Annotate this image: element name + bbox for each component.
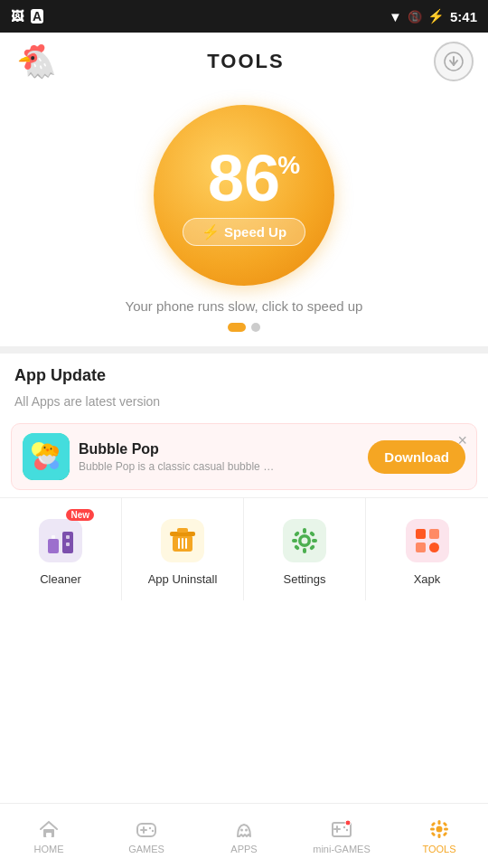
svg-rect-35 (416, 542, 426, 552)
section-divider (0, 346, 488, 354)
tool-xapk[interactable]: Xapk (366, 498, 488, 600)
dot-inactive (251, 323, 260, 332)
cleaner-icon (39, 519, 82, 562)
header: 🐔 TOOLS (0, 33, 488, 90)
settings-icon-wrap (280, 516, 329, 565)
svg-rect-58 (443, 831, 448, 836)
image-icon: 🖼 (11, 9, 23, 24)
svg-point-50 (346, 828, 348, 830)
mini-games-icon (331, 818, 352, 840)
app-update-title: App Update (14, 366, 474, 385)
ad-close-button[interactable]: × (457, 431, 467, 450)
svg-point-23 (302, 538, 308, 544)
nav-games[interactable]: GAMES (98, 813, 195, 860)
battery-icon: ⚡ (427, 8, 445, 24)
ad-app-description: Bubble Pop is a classic casual bubble pu… (79, 460, 277, 473)
svg-rect-56 (444, 827, 448, 830)
svg-text:🐣: 🐣 (34, 441, 60, 466)
speed-up-label: ⚡ Speed Up (183, 218, 305, 246)
cleaner-icon-wrap: New (36, 516, 85, 565)
svg-point-44 (240, 828, 243, 831)
bubble-pop-icon: 🐣 (23, 433, 70, 480)
ad-app-icon: 🐣 (23, 433, 70, 480)
nav-mini-games[interactable]: mini-GAMES (293, 813, 390, 860)
app-update-section: App Update All Apps are latest version (0, 354, 488, 416)
svg-rect-54 (438, 834, 441, 838)
ad-banner: × 🐣 Bubble Pop Bubble Pop is a classic c… (11, 423, 477, 490)
svg-rect-8 (39, 519, 82, 562)
tool-app-uninstall[interactable]: App Uninstall (122, 498, 244, 600)
tool-cleaner[interactable]: New Cleaner (0, 498, 122, 600)
svg-point-52 (436, 826, 443, 832)
wifi-icon: ▼ (389, 9, 402, 24)
games-icon (136, 818, 157, 840)
apps-icon (233, 818, 255, 840)
app-logo: 🐔 (14, 40, 58, 83)
svg-rect-38 (46, 833, 52, 837)
status-bar-left: 🖼 A (11, 9, 43, 24)
svg-rect-24 (303, 528, 306, 533)
svg-rect-57 (431, 821, 436, 826)
download-icon (444, 52, 464, 71)
nav-home[interactable]: HOME (0, 813, 98, 860)
ad-info: Bubble Pop Bubble Pop is a classic casua… (79, 441, 359, 473)
nav-mini-games-label: mini-GAMES (313, 844, 371, 854)
svg-rect-53 (438, 820, 441, 825)
status-bar: 🖼 A ▼ 📵 ⚡ 5:41 (0, 0, 488, 33)
app-uninstall-label: App Uninstall (148, 572, 218, 586)
svg-rect-17 (177, 528, 188, 533)
settings-icon (283, 519, 326, 562)
svg-point-45 (245, 828, 248, 831)
signal-blocked-icon: 📵 (408, 10, 422, 24)
xapk-icon (406, 519, 449, 562)
svg-point-36 (429, 542, 439, 552)
nav-apps-label: APPS (230, 844, 257, 854)
svg-rect-55 (430, 827, 435, 830)
svg-rect-60 (443, 821, 448, 826)
app-uninstall-icon (161, 519, 204, 562)
tools-grid: New Cleaner App Uninstall (0, 497, 488, 600)
download-button[interactable] (434, 42, 474, 81)
svg-rect-33 (416, 529, 426, 539)
svg-rect-25 (303, 548, 306, 553)
home-icon (38, 818, 60, 840)
svg-rect-11 (52, 535, 55, 539)
xapk-label: Xapk (414, 572, 441, 586)
time-display: 5:41 (450, 9, 477, 24)
nav-apps[interactable]: APPS (195, 813, 293, 860)
svg-rect-59 (431, 831, 436, 836)
tool-settings[interactable]: Settings (244, 498, 366, 600)
bolt-icon: ⚡ (202, 223, 220, 241)
carousel-dots (228, 323, 260, 332)
bottom-navigation: HOME GAMES APPS mini-GAME (0, 803, 488, 868)
nav-tools[interactable]: TOOLS (390, 813, 488, 860)
nav-home-label: HOME (34, 844, 64, 854)
settings-label: Settings (284, 572, 326, 586)
svg-rect-9 (48, 539, 59, 553)
svg-point-42 (149, 826, 151, 828)
ad-download-button[interactable]: Download (368, 440, 465, 474)
app-uninstall-icon-wrap (158, 516, 207, 565)
speed-section: 86 % ⚡ Speed Up Your phone runs slow, cl… (0, 90, 488, 341)
svg-point-43 (152, 829, 154, 831)
status-bar-right: ▼ 📵 ⚡ 5:41 (389, 8, 477, 24)
svg-rect-12 (66, 535, 70, 539)
speed-up-button[interactable]: 86 % ⚡ Speed Up (154, 105, 334, 286)
tools-icon (428, 818, 450, 840)
app-update-status: All Apps are latest version (14, 394, 474, 409)
dot-active (228, 323, 246, 332)
speed-percent: 86 % (208, 146, 280, 211)
svg-rect-27 (312, 539, 317, 542)
speed-subtext: Your phone runs slow, click to speed up (126, 298, 363, 314)
svg-rect-26 (292, 539, 297, 542)
svg-rect-34 (429, 529, 439, 539)
ad-app-name: Bubble Pop (79, 441, 359, 458)
svg-rect-13 (66, 542, 70, 546)
svg-rect-32 (406, 519, 449, 562)
nav-tools-label: TOOLS (422, 844, 455, 854)
page-title: TOOLS (207, 50, 284, 73)
cleaner-label: Cleaner (40, 572, 81, 586)
svg-point-51 (345, 820, 351, 826)
new-badge: New (66, 509, 94, 521)
xapk-icon-wrap (403, 516, 452, 565)
